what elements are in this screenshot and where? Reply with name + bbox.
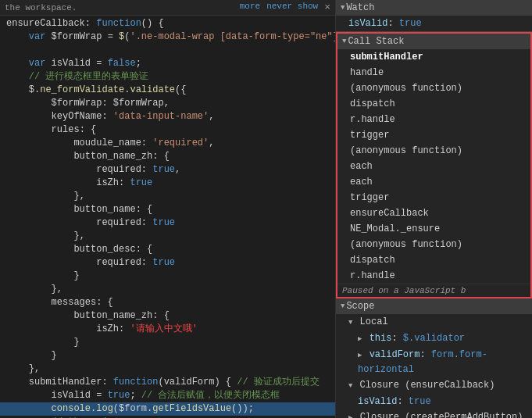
more-link[interactable]: more: [240, 2, 260, 13]
scope-local-this: ▶ this: $.validator: [336, 330, 532, 347]
code-line: },: [0, 363, 335, 376]
callstack-item-anonymous1[interactable]: (anonymous function): [337, 80, 530, 96]
code-line: rules: {: [0, 123, 335, 137]
code-line: },: [0, 283, 335, 296]
code-line: }: [0, 349, 335, 363]
callstack-item-rhandle2[interactable]: r.handle: [337, 268, 530, 284]
scope-closure2-header[interactable]: ▶ Closure (createPermAddButton): [336, 409, 532, 418]
scope-closure2-arrow-icon: ▶: [348, 411, 352, 418]
callstack-section: ▼ Call Stack submitHandler handle (anony…: [336, 32, 532, 298]
code-line: button_desc: {: [0, 243, 335, 256]
header-prefix: the workspace.: [5, 3, 77, 13]
scope-closure1-label: Closure (ensureCallback): [360, 380, 495, 391]
code-line: submitHandler: function(validForm) { // …: [0, 376, 335, 389]
callstack-item-anonymous3[interactable]: (anonymous function): [337, 237, 530, 252]
code-line: $formWrap: $formWrap,: [0, 97, 335, 110]
code-line: var $formWrap = $('.ne-modal-wrap [data-…: [0, 30, 335, 44]
code-line: isZh: true: [0, 177, 335, 190]
callstack-arrow-icon: ▼: [342, 38, 346, 45]
code-line: messages: {: [0, 296, 335, 309]
watch-arrow-icon: ▼: [341, 4, 345, 12]
code-line: $.ne_formValidate.validate({: [0, 84, 335, 97]
watch-section: ▼ Watch isValid: true: [336, 0, 532, 32]
callstack-item-trigger2[interactable]: trigger: [337, 190, 530, 205]
scope-validform-arrow-icon: ▶: [358, 348, 362, 363]
callstack-item-rhandle1[interactable]: r.handle: [337, 112, 530, 127]
paused-message: Paused on a JavaScript b: [337, 284, 530, 297]
code-line: keyOfName: 'data-input-name',: [0, 110, 335, 123]
callstack-title: Call Stack: [348, 36, 404, 47]
watch-item: isValid: true: [336, 16, 532, 31]
callstack-item-submithandler[interactable]: submitHandler: [337, 49, 530, 65]
callstack-item-each1[interactable]: each: [337, 159, 530, 174]
scope-header[interactable]: ▼ Scope: [336, 298, 532, 314]
code-body: ensureCallback: function() { var $formWr…: [0, 16, 335, 418]
code-line: isValid = true; // 合法后赋值，以便关闭模态框: [0, 389, 335, 402]
scope-this-arrow-icon: ▶: [358, 332, 362, 346]
code-line-highlighted: console.log($form.getFieldsValue());: [0, 402, 335, 416]
callstack-item-trigger1[interactable]: trigger: [337, 127, 530, 143]
callstack-item-anonymous2[interactable]: (anonymous function): [337, 143, 530, 159]
scope-local-arrow-icon: ▼: [348, 316, 352, 330]
callstack-header[interactable]: ▼ Call Stack: [337, 34, 530, 49]
code-line: required: true,: [0, 163, 335, 177]
code-line: var isValid = false;: [0, 57, 335, 70]
never-show-link[interactable]: never show: [266, 2, 318, 13]
scope-local-header[interactable]: ▼ Local: [336, 314, 532, 330]
scope-arrow-icon: ▼: [341, 302, 345, 310]
code-line: button_name_zh: {: [0, 150, 335, 163]
scope-local-label: Local: [360, 316, 388, 327]
scope-section: ▼ Scope ▼ Local ▶ this: $.validator ▶ va…: [336, 298, 532, 418]
code-line: ensureCallback: function() {: [0, 17, 335, 30]
callstack-item-dispatch[interactable]: dispatch: [337, 96, 530, 112]
callstack-item-dispatch2[interactable]: dispatch: [337, 252, 530, 268]
scope-closure1-isvalid: isValid: true: [336, 394, 532, 409]
code-line: isZh: '请输入中文哦': [0, 323, 335, 336]
close-button[interactable]: ×: [324, 2, 330, 13]
code-line: button_name: {: [0, 203, 335, 216]
code-line: }: [0, 336, 335, 349]
code-header: the workspace. more never show ×: [0, 0, 335, 16]
callstack-item-handle[interactable]: handle: [337, 65, 530, 80]
callstack-items: submitHandler handle (anonymous function…: [337, 49, 530, 284]
code-line: button_name_zh: {: [0, 309, 335, 323]
scope-closure2-label: Closure (createPermAddButton): [360, 412, 523, 418]
code-line: }: [0, 270, 335, 283]
right-panel: ▼ Watch isValid: true ▼ Call Stack submi…: [336, 0, 532, 418]
code-panel: the workspace. more never show × ensureC…: [0, 0, 336, 418]
header-links: more never show ×: [240, 2, 330, 13]
code-line: moudule_name: 'required',: [0, 137, 335, 150]
callstack-item-nemodal[interactable]: NE_Modal._ensure: [337, 221, 530, 237]
callstack-item-each2[interactable]: each: [337, 174, 530, 190]
code-line: // 进行模态框里的表单验证: [0, 70, 335, 84]
scope-closure1-header[interactable]: ▼ Closure (ensureCallback): [336, 377, 532, 394]
code-line: },: [0, 190, 335, 203]
code-line: required: true: [0, 256, 335, 270]
callstack-item-ensurecallback[interactable]: ensureCallback: [337, 205, 530, 221]
scope-closure1-arrow-icon: ▼: [348, 379, 352, 393]
scope-title: Scope: [346, 301, 374, 312]
watch-title: Watch: [346, 2, 374, 13]
scope-local-validform: ▶ validForm: form.form-horizontal: [336, 347, 532, 377]
code-line: required: true: [0, 216, 335, 230]
watch-header[interactable]: ▼ Watch: [336, 0, 532, 16]
code-line: [0, 44, 335, 57]
code-line: },: [0, 230, 335, 243]
